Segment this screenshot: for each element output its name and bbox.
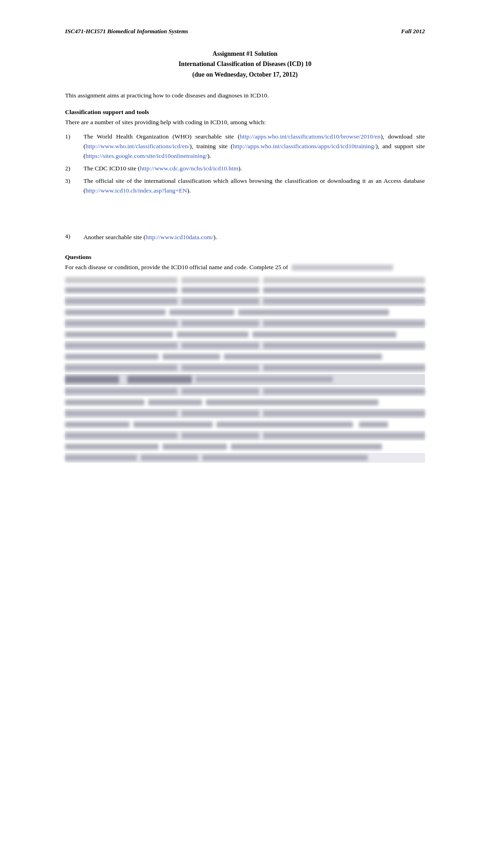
- classification-heading: Classification support and tools: [65, 108, 425, 116]
- list-item-3: 3) The official site of the internationa…: [65, 176, 425, 196]
- course-title: ISC471-HCI571 Biomedical Information Sys…: [65, 28, 188, 35]
- table-cell: [65, 365, 178, 371]
- table-row: [65, 330, 425, 339]
- table-row: [65, 319, 425, 328]
- table-cell: [263, 298, 425, 304]
- page-header: ISC471-HCI571 Biomedical Information Sys…: [65, 28, 425, 35]
- table-cell: [181, 433, 259, 439]
- questions-section: Questions For each disease or condition,…: [65, 253, 425, 463]
- table-cell: [224, 354, 382, 360]
- table-header-col1: [65, 277, 178, 283]
- list-content-2: The CDC ICD10 site (http://www.cdc.gov/n…: [84, 164, 425, 174]
- link-cdc[interactable]: http://www.cdc.gov/nchs/icd/icd10.htm: [140, 165, 238, 172]
- table-cell: [162, 354, 220, 360]
- table-row: [65, 296, 425, 306]
- table-cell: [181, 343, 259, 349]
- table-cell: [196, 376, 332, 382]
- link-who-support[interactable]: https://sites.google.com/site/icd10onlin…: [86, 152, 208, 159]
- table-header-col3: [263, 277, 425, 283]
- table-cell: [216, 422, 353, 428]
- list-content-3: The official site of the international c…: [84, 176, 425, 196]
- table-header-col2: [181, 277, 259, 283]
- table-row: [65, 285, 425, 295]
- table-cell: [65, 309, 166, 315]
- title-line3: (due on Wednesday, October 17, 2012): [65, 70, 425, 80]
- table-cell: [65, 320, 178, 326]
- blurred-intro-end: [292, 265, 393, 271]
- table-cell: [252, 332, 396, 338]
- link-icd10data[interactable]: http://www.icd10data.com/: [146, 234, 214, 241]
- table-cell: [231, 444, 382, 450]
- table-row: [65, 409, 425, 418]
- table-cell: [65, 332, 173, 338]
- classification-intro: There are a number of sites providing he…: [65, 118, 425, 127]
- table-cell: [181, 388, 259, 394]
- list-num-4: 4): [65, 233, 84, 240]
- classification-list: 1) The World Health Organization (WHO) s…: [65, 132, 425, 196]
- title-line1: Assignment #1 Solution: [65, 49, 425, 59]
- table-cell: [263, 388, 425, 394]
- table-cell: [359, 422, 388, 428]
- table-cell: [133, 422, 213, 428]
- table-cell: [263, 287, 425, 293]
- list-content-4: Another searchable site (http://www.icd1…: [84, 233, 217, 242]
- table-cell: [141, 455, 198, 461]
- table-cell: [65, 343, 178, 349]
- list-num-3: 3): [65, 176, 84, 186]
- list-item-2: 2) The CDC ICD10 site (http://www.cdc.go…: [65, 164, 425, 174]
- assignment-title-block: Assignment #1 Solution International Cla…: [65, 49, 425, 80]
- list-item-4-wrapper: 4) Another searchable site (http://www.i…: [65, 233, 425, 242]
- table-row: [65, 307, 425, 317]
- page-container: ISC471-HCI571 Biomedical Information Sys…: [65, 0, 425, 501]
- table-cell: [148, 399, 202, 405]
- table-cell: [65, 388, 178, 394]
- link-who-browse[interactable]: http://apps.who.int/classifications/icd1…: [240, 133, 381, 140]
- table-cell: [65, 422, 130, 428]
- table-cell: [65, 354, 159, 360]
- table-cell: [162, 444, 227, 450]
- table-cell: [206, 399, 378, 405]
- table-row: [65, 386, 425, 396]
- table-cell: [65, 287, 178, 293]
- table-row: [65, 398, 425, 407]
- questions-intro: For each disease or condition, provide t…: [65, 263, 425, 272]
- table-cell: [263, 320, 425, 326]
- table-row: [65, 363, 425, 373]
- table-cell: [202, 455, 368, 461]
- table-row: [65, 374, 425, 385]
- table-cell: [181, 298, 259, 304]
- semester: Fall 2012: [401, 28, 425, 35]
- link-who-download[interactable]: http://www.who.int/classifications/icd/e…: [86, 143, 190, 150]
- link-who-training[interactable]: http://apps.who.int/classifications/apps…: [233, 143, 376, 150]
- table-cell: [177, 332, 249, 338]
- table-cell: [181, 320, 259, 326]
- table-row: [65, 453, 425, 463]
- table-cell: [181, 287, 259, 293]
- table-cell: [65, 410, 178, 416]
- table-cell: [65, 444, 159, 450]
- list-content-1: The World Health Organization (WHO) sear…: [84, 132, 425, 161]
- table-cell-bold: [127, 376, 192, 383]
- list-item-1: 1) The World Health Organization (WHO) s…: [65, 132, 425, 161]
- table-cell-bold: [65, 376, 119, 383]
- blurred-table: [65, 277, 425, 463]
- table-cell: [65, 433, 178, 439]
- list-num-1: 1): [65, 132, 84, 142]
- table-row: [65, 352, 425, 362]
- link-icd10ch[interactable]: http://www.icd10.ch/index.asp?lang=EN: [86, 187, 187, 194]
- table-cell: [181, 365, 259, 371]
- table-cell: [263, 343, 425, 349]
- list-num-2: 2): [65, 164, 84, 174]
- table-cell: [238, 309, 389, 315]
- table-row: [65, 341, 425, 350]
- table-row: [65, 420, 425, 429]
- table-row: [65, 442, 425, 452]
- table-cell: [263, 433, 425, 439]
- table-row: [65, 431, 425, 440]
- table-cell: [263, 365, 425, 371]
- table-cell: [65, 399, 144, 405]
- questions-heading: Questions: [65, 253, 425, 261]
- intro-paragraph: This assignment aims at practicing how t…: [65, 91, 425, 100]
- table-cell: [263, 410, 425, 416]
- classification-section: Classification support and tools There a…: [65, 108, 425, 242]
